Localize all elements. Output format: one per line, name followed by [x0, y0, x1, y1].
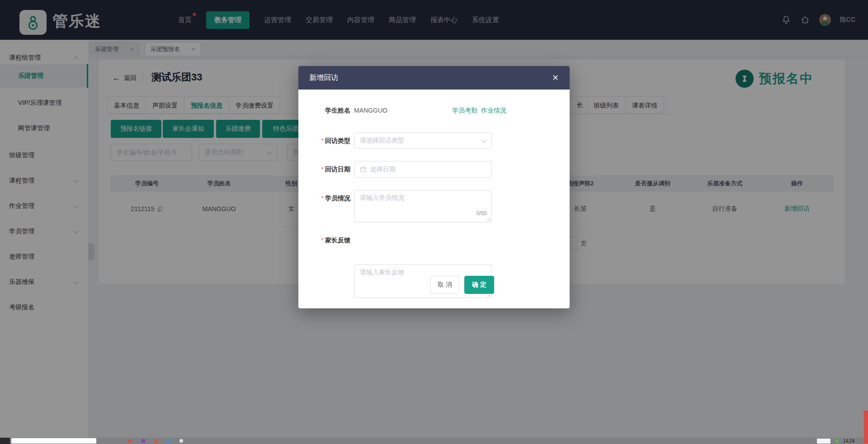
required-asterisk: * — [321, 165, 324, 173]
resize-handle-icon[interactable] — [486, 217, 491, 221]
calendar-icon — [360, 166, 367, 173]
confirm-button[interactable]: 确 定 — [464, 276, 494, 294]
vertical-scrollbar-thumb[interactable] — [864, 411, 868, 443]
tray-icon[interactable] — [835, 439, 839, 443]
followup-type-select[interactable]: 请选择回访类型 — [354, 132, 492, 149]
attendance-link[interactable]: 学员考勤 — [452, 107, 477, 115]
taskbar-app-icon[interactable] — [142, 439, 145, 443]
cancel-button[interactable]: 取 消 — [430, 276, 459, 294]
homework-link[interactable]: 作业情况 — [481, 107, 506, 115]
taskbar-app-icon[interactable] — [128, 439, 132, 443]
taskbar-app-icon[interactable] — [154, 439, 158, 443]
student-name-label: 学生姓名 — [298, 107, 350, 115]
system-tray: 14:24 — [817, 438, 854, 444]
clock: 14:24 — [843, 439, 854, 444]
add-followup-modal: 新增回访 ✕ 学生姓名 MANGGUO 学员考勤 作业情况 *回访类型 请选择回… — [298, 66, 570, 308]
taskbar-app-icon[interactable] — [179, 439, 183, 443]
followup-type-label: *回访类型 — [298, 137, 350, 145]
student-situation-field: 0/50 — [354, 190, 492, 222]
chevron-down-icon — [481, 137, 486, 142]
taskbar-search-box[interactable] — [11, 438, 96, 444]
required-asterisk: * — [321, 194, 324, 202]
followup-date-label: *回访日期 — [298, 165, 350, 174]
followup-date-picker[interactable]: 选择日期 — [354, 161, 492, 178]
required-asterisk: * — [321, 236, 324, 244]
close-icon[interactable]: ✕ — [552, 74, 559, 82]
student-name-value: MANGGUO — [354, 107, 387, 114]
taskbar-app-icon[interactable] — [167, 439, 170, 443]
required-asterisk: * — [321, 137, 324, 144]
tray-language-box[interactable] — [817, 439, 830, 444]
student-situation-label: *学员情况 — [298, 194, 350, 203]
student-links: 学员考勤 作业情况 — [452, 107, 506, 115]
modal-title: 新增回访 — [309, 73, 338, 83]
screen: 管乐迷 首页 教务管理 运营管理 交易管理 内容管理 商品管理 报表中心 系统设… — [0, 0, 868, 444]
student-situation-textarea[interactable] — [354, 190, 491, 222]
modal-header: 新增回访 ✕ — [298, 66, 570, 90]
start-button[interactable] — [0, 438, 10, 444]
os-taskbar: 14:24 — [0, 438, 868, 444]
char-counter: 0/50 — [476, 210, 487, 217]
parent-feedback-label: *家长反馈 — [298, 236, 350, 245]
